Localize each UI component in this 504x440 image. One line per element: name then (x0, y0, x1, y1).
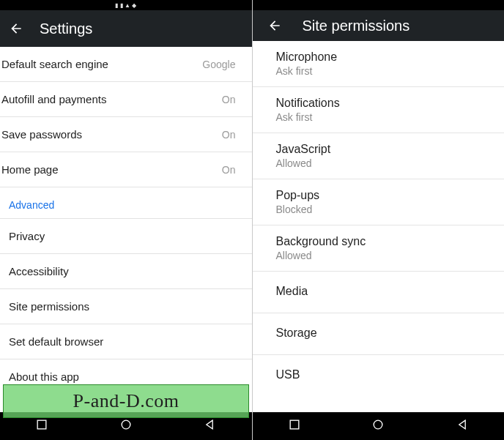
recent-apps-icon[interactable] (34, 417, 49, 435)
settings-list: Default search engine Google Autofill an… (0, 47, 252, 412)
perm-background-sync[interactable]: Background sync Allowed (253, 225, 505, 272)
perm-popups[interactable]: Pop-ups Blocked (253, 179, 505, 225)
statusbar-right (253, 0, 505, 10)
back-nav-icon[interactable] (202, 417, 217, 435)
row-label: Default search engine (1, 58, 108, 70)
row-default-search-engine[interactable]: Default search engine Google (0, 47, 252, 82)
row-autofill-payments[interactable]: Autofill and payments On (0, 82, 252, 117)
site-permissions-title: Site permissions (303, 18, 410, 34)
row-label: Accessibility (1, 265, 69, 277)
permissions-list: Microphone Ask first Notifications Ask f… (253, 41, 505, 412)
back-icon[interactable] (267, 18, 282, 33)
home-icon[interactable] (371, 417, 385, 435)
settings-header: Settings (0, 10, 252, 47)
statusbar-left: ▮ ▮ ▲ ◆ (0, 0, 252, 10)
row-accessibility[interactable]: Accessibility (0, 254, 252, 289)
perm-status: Blocked (276, 204, 505, 215)
row-site-permissions[interactable]: Site permissions (0, 289, 252, 324)
svg-point-1 (122, 420, 130, 429)
perm-status: Allowed (276, 157, 505, 169)
recent-apps-icon[interactable] (287, 417, 302, 435)
perm-title: Background sync (276, 235, 505, 248)
back-icon[interactable] (9, 21, 23, 36)
row-value: On (222, 129, 242, 141)
perm-media[interactable]: Media (253, 272, 505, 313)
back-nav-icon[interactable] (455, 417, 470, 435)
row-label: Home page (1, 163, 59, 176)
perm-status: Ask first (276, 111, 505, 123)
row-save-passwords[interactable]: Save passwords On (0, 117, 252, 152)
row-value: On (222, 94, 242, 105)
row-label: Set default browser (1, 335, 103, 348)
row-label: About this app (1, 370, 79, 383)
settings-title: Settings (40, 20, 92, 37)
perm-title: Media (276, 285, 505, 298)
row-privacy[interactable]: Privacy (0, 219, 252, 254)
perm-javascript[interactable]: JavaScript Allowed (253, 133, 505, 179)
perm-microphone[interactable]: Microphone Ask first (253, 41, 505, 87)
row-label: Save passwords (1, 128, 82, 141)
row-value: Google (202, 59, 241, 70)
row-label: Privacy (1, 230, 45, 242)
row-value: On (222, 164, 242, 176)
perm-title: Microphone (276, 51, 505, 64)
perm-status: Allowed (276, 250, 505, 261)
perm-title: JavaScript (276, 143, 505, 156)
row-set-default-browser[interactable]: Set default browser (0, 324, 252, 359)
row-home-page[interactable]: Home page On (0, 152, 252, 187)
svg-point-3 (374, 420, 382, 429)
perm-title: Pop-ups (276, 189, 505, 202)
perm-title: Notifications (276, 97, 505, 110)
perm-title: Storage (276, 327, 505, 340)
perm-notifications[interactable]: Notifications Ask first (253, 87, 505, 133)
row-about-this-app[interactable]: About this app (0, 359, 252, 394)
home-icon[interactable] (119, 417, 133, 435)
perm-usb[interactable]: USB (253, 355, 505, 396)
perm-storage[interactable]: Storage (253, 313, 505, 355)
svg-rect-2 (290, 420, 299, 429)
row-label: Site permissions (1, 300, 89, 313)
row-label: Autofill and payments (1, 93, 106, 105)
perm-title: USB (276, 368, 505, 381)
section-advanced: Advanced (0, 187, 252, 219)
perm-status: Ask first (276, 65, 505, 77)
site-permissions-header: Site permissions (253, 10, 505, 41)
navbar-right (253, 412, 505, 440)
navbar-left (0, 412, 252, 440)
svg-rect-0 (37, 420, 46, 429)
